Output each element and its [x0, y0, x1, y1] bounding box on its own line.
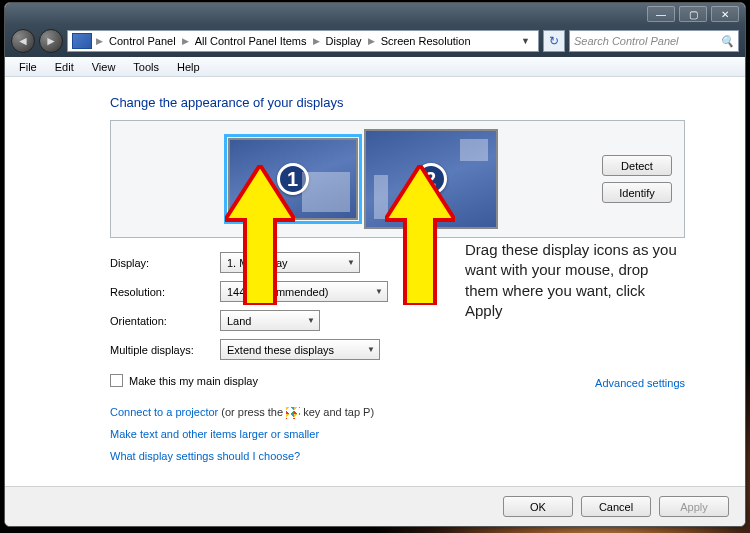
- breadcrumb[interactable]: ▶ Control Panel ▶ All Control Panel Item…: [67, 30, 539, 52]
- back-button[interactable]: ◄: [11, 29, 35, 53]
- plain-text: key and tap P): [300, 406, 374, 418]
- chevron-down-icon: ▼: [375, 287, 383, 296]
- identify-button[interactable]: Identify: [602, 182, 672, 203]
- menu-tools[interactable]: Tools: [125, 59, 167, 75]
- display-dropdown[interactable]: 1. M Display ▼: [220, 252, 360, 273]
- breadcrumb-item[interactable]: Screen Resolution: [375, 35, 477, 47]
- checkbox-label: Make this my main display: [129, 375, 258, 387]
- menu-view[interactable]: View: [84, 59, 124, 75]
- forward-button[interactable]: ►: [39, 29, 63, 53]
- breadcrumb-item[interactable]: All Control Panel Items: [189, 35, 313, 47]
- footer: OK Cancel Apply: [5, 486, 745, 526]
- monitor-2[interactable]: 2: [364, 129, 498, 229]
- search-placeholder: Search Control Panel: [574, 35, 720, 47]
- monitor-1[interactable]: 1: [228, 138, 358, 220]
- chevron-down-icon: ▼: [367, 345, 375, 354]
- display-preview-panel: 1 2 Detect Identify: [110, 120, 685, 238]
- checkbox[interactable]: [110, 374, 123, 387]
- chevron-right-icon: ▶: [313, 36, 320, 46]
- refresh-button[interactable]: ↻: [543, 30, 565, 52]
- dropdown-value: Land: [227, 315, 251, 327]
- breadcrumb-item[interactable]: Control Panel: [103, 35, 182, 47]
- ok-button[interactable]: OK: [503, 496, 573, 517]
- menu-edit[interactable]: Edit: [47, 59, 82, 75]
- chevron-down-icon: ▼: [347, 258, 355, 267]
- monitor-arrangement[interactable]: 1 2: [123, 129, 602, 229]
- page-title: Change the appearance of your displays: [110, 95, 685, 110]
- orientation-dropdown[interactable]: Land ▼: [220, 310, 320, 331]
- orientation-label: Orientation:: [110, 315, 220, 327]
- help-links: Connect to a projector (or press the key…: [110, 401, 685, 467]
- chevron-right-icon: ▶: [368, 36, 375, 46]
- titlebar: — ▢ ✕: [5, 3, 745, 25]
- search-input[interactable]: Search Control Panel 🔍: [569, 30, 739, 52]
- text-size-link[interactable]: Make text and other items larger or smal…: [110, 428, 319, 440]
- chevron-right-icon: ▶: [96, 36, 103, 46]
- chevron-down-icon: ▼: [307, 316, 315, 325]
- advanced-settings-link[interactable]: Advanced settings: [595, 377, 685, 389]
- windows-key-icon: [286, 407, 300, 419]
- display-label: Display:: [110, 257, 220, 269]
- what-settings-link[interactable]: What display settings should I choose?: [110, 450, 300, 462]
- resolution-label: Resolution:: [110, 286, 220, 298]
- dropdown-value: 1440 recommended): [227, 286, 329, 298]
- connect-projector-link[interactable]: Connect to a projector: [110, 406, 218, 418]
- menu-file[interactable]: File: [11, 59, 45, 75]
- monitor-number: 2: [415, 163, 447, 195]
- resolution-dropdown[interactable]: 1440 recommended) ▼: [220, 281, 388, 302]
- chevron-right-icon: ▶: [182, 36, 189, 46]
- dropdown-value: 1. M Display: [227, 257, 288, 269]
- main-display-checkbox-row[interactable]: Make this my main display: [110, 374, 258, 387]
- plain-text: (or press the: [218, 406, 286, 418]
- dropdown-value: Extend these displays: [227, 344, 334, 356]
- control-panel-icon: [72, 33, 92, 49]
- multiple-displays-label: Multiple displays:: [110, 344, 220, 356]
- annotation-text: Drag these display icons as you want wit…: [465, 240, 685, 321]
- maximize-button[interactable]: ▢: [679, 6, 707, 22]
- minimize-button[interactable]: —: [647, 6, 675, 22]
- menubar: File Edit View Tools Help: [5, 57, 745, 77]
- cancel-button[interactable]: Cancel: [581, 496, 651, 517]
- apply-button[interactable]: Apply: [659, 496, 729, 517]
- chevron-down-icon[interactable]: ▼: [517, 36, 534, 46]
- detect-button[interactable]: Detect: [602, 155, 672, 176]
- close-button[interactable]: ✕: [711, 6, 739, 22]
- menu-help[interactable]: Help: [169, 59, 208, 75]
- search-icon: 🔍: [720, 35, 734, 48]
- multiple-displays-dropdown[interactable]: Extend these displays ▼: [220, 339, 380, 360]
- navbar: ◄ ► ▶ Control Panel ▶ All Control Panel …: [5, 25, 745, 57]
- breadcrumb-item[interactable]: Display: [320, 35, 368, 47]
